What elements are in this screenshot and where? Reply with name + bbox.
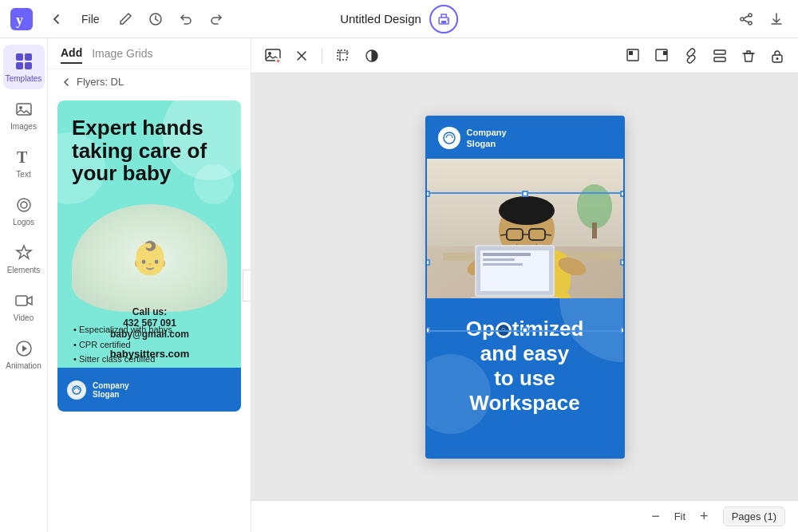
redo-button[interactable] (205, 8, 227, 30)
undo-button[interactable] (175, 8, 197, 30)
svg-point-7 (741, 18, 744, 21)
logos-icon (14, 195, 34, 215)
svg-point-33 (776, 57, 779, 60)
crop-tool-button[interactable] (332, 45, 354, 67)
layers-tool-button[interactable] (709, 45, 731, 67)
template-card[interactable]: Expert hands taking care of your baby 👶 (57, 100, 241, 412)
svg-rect-4 (441, 21, 446, 23)
share-button[interactable] (734, 7, 758, 31)
svg-rect-29 (663, 51, 667, 55)
sidebar-icons: Templates Images T Text (0, 38, 48, 532)
svg-point-45 (499, 196, 555, 225)
templates-icon (14, 51, 34, 72)
svg-point-14 (19, 106, 22, 109)
svg-point-16 (18, 199, 30, 211)
sidebar-item-elements[interactable]: Elements (3, 236, 45, 281)
document-title: Untitled Design (340, 12, 421, 26)
canvas-toolbar (251, 38, 798, 73)
position-tr-button[interactable] (651, 45, 674, 67)
svg-rect-31 (714, 57, 725, 61)
edit-icon-button[interactable] (114, 8, 136, 30)
toolbar-separator-1 (322, 48, 322, 64)
file-menu[interactable]: File (75, 10, 106, 29)
design-flyer[interactable]: CompanySlogan (425, 116, 625, 459)
svg-point-5 (447, 19, 448, 21)
baby-image-placeholder: 👶 (72, 204, 227, 312)
tpl-footer-logo (67, 380, 86, 400)
panel-collapse-arrow[interactable]: ‹ (243, 270, 251, 301)
canvas-content[interactable]: CompanySlogan (251, 73, 798, 500)
image-tool-button[interactable] (261, 44, 285, 68)
svg-rect-38 (592, 223, 597, 238)
top-right-actions (734, 7, 788, 31)
svg-point-37 (577, 184, 612, 229)
svg-rect-53 (483, 258, 515, 261)
svg-rect-10 (25, 53, 32, 61)
app-logo: y (10, 7, 34, 31)
overlap-circle-icon: ○ (496, 322, 512, 338)
svg-point-6 (749, 14, 752, 17)
top-toolbar: y File Untitled Design (0, 0, 798, 38)
download-button[interactable] (764, 7, 788, 31)
sidebar-item-video[interactable]: Video (3, 284, 45, 329)
tpl-website: babysitters.com (57, 348, 241, 360)
main-layout: Templates Images T Text (0, 38, 798, 532)
canvas-area: CompanySlogan (251, 38, 798, 532)
images-icon (14, 99, 34, 120)
sidebar-item-templates[interactable]: Templates (3, 45, 45, 89)
tab-add[interactable]: Add (61, 46, 82, 64)
flyer-bottom: Op○timized and easy to use Workspace (427, 298, 623, 434)
video-label: Video (14, 313, 34, 322)
tpl-footer: CompanySlogan (57, 368, 241, 412)
images-label: Images (10, 122, 37, 131)
svg-rect-9 (16, 53, 23, 61)
elements-icon (14, 242, 34, 263)
logos-label: Logos (13, 218, 34, 227)
tpl-footer-company: CompanySlogan (93, 381, 129, 399)
flyer-company-text: CompanySlogan (467, 127, 507, 150)
svg-rect-24 (338, 50, 347, 60)
flyer-header: CompanySlogan (427, 117, 623, 160)
animation-icon (14, 338, 34, 359)
templates-label: Templates (6, 74, 42, 83)
template-preview: Expert hands taking care of your baby 👶 (57, 100, 241, 412)
zoom-in-button[interactable]: + (695, 506, 713, 526)
svg-point-8 (749, 22, 752, 25)
flyer-company-logo (438, 127, 460, 149)
svg-point-17 (21, 202, 27, 208)
svg-point-22 (268, 52, 271, 55)
svg-rect-27 (629, 51, 633, 55)
back-arrow-icon (61, 77, 72, 88)
history-button[interactable] (144, 8, 167, 30)
svg-rect-54 (483, 263, 523, 266)
flyer-main-text: Op○timized and easy to use Workspace (438, 317, 612, 416)
baby-image-bg: 👶 (72, 204, 227, 312)
sidebar-item-text[interactable]: T Text (3, 140, 45, 185)
position-tl-button[interactable] (622, 45, 645, 67)
template-scroll[interactable]: Expert hands taking care of your baby 👶 (48, 94, 251, 532)
animation-label: Animation (6, 361, 41, 370)
svg-rect-30 (714, 50, 725, 54)
bottom-bar: − Fit + Pages (1) (251, 500, 798, 532)
sidebar-item-images[interactable]: Images (3, 93, 45, 137)
pages-badge[interactable]: Pages (1) (723, 506, 785, 526)
sidebar-item-logos[interactable]: Logos (3, 188, 45, 233)
text-label: Text (16, 170, 30, 179)
svg-text:y: y (16, 12, 23, 28)
back-button[interactable] (46, 9, 67, 30)
elements-label: Elements (7, 266, 41, 274)
delete-tool-button[interactable] (737, 45, 760, 67)
close-tool-button[interactable] (291, 45, 312, 66)
lock-tool-button[interactable] (766, 45, 788, 67)
video-icon (14, 290, 34, 311)
print-button[interactable] (429, 5, 458, 33)
panel-breadcrumb[interactable]: Flyers: DL (48, 69, 251, 94)
zoom-fit-button[interactable]: Fit (674, 510, 685, 522)
contrast-tool-button[interactable] (361, 45, 383, 67)
tpl-contact: Call us: 432 567 091 baby@gmail.com (57, 306, 241, 340)
link-tool-button[interactable] (680, 45, 702, 67)
flyer-photo-container (427, 159, 623, 298)
sidebar-item-animation[interactable]: Animation (3, 332, 45, 376)
zoom-out-button[interactable]: − (646, 506, 665, 526)
tab-image-grids[interactable]: Image Grids (92, 47, 152, 63)
